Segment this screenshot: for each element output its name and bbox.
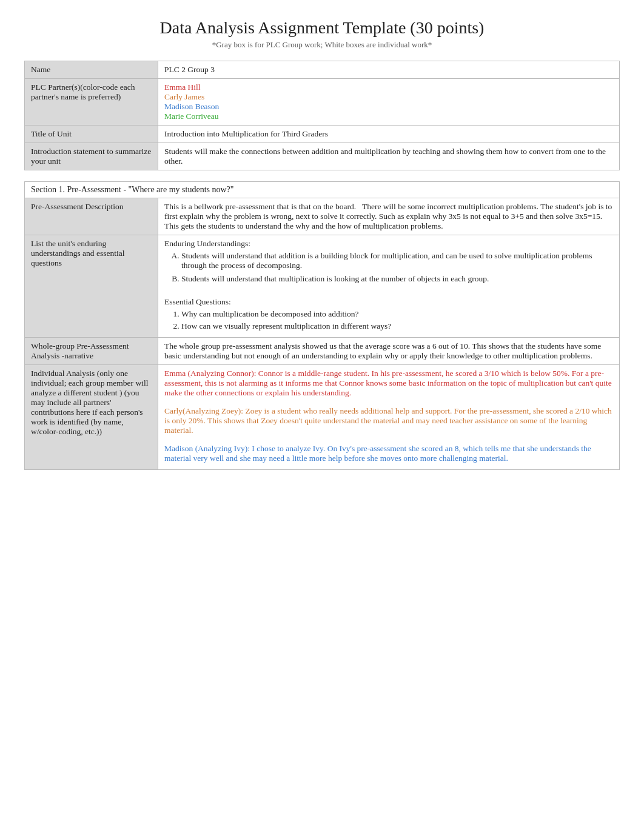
individual-analysis-row: Individual Analysis (only one individual…: [25, 365, 620, 470]
name-row: Name PLC 2 Group 3: [25, 61, 620, 79]
essential-item-2: How can we visually represent multiplica…: [181, 321, 613, 331]
pre-assessment-value: This is a bellwork pre-assessment that i…: [158, 198, 620, 235]
enduring-item-b: Students will understand that multiplica…: [181, 274, 613, 284]
partner-emma: Emma Hill: [164, 82, 201, 92]
enduring-label: List the unit's enduring understandings …: [25, 235, 158, 338]
pre-assessment-row: Pre-Assessment Description This is a bel…: [25, 198, 620, 235]
info-table: Name PLC 2 Group 3 PLC Partner(s)(color-…: [24, 61, 620, 170]
individual-carly: Carly(Analyzing Zoey): Zoey is a student…: [164, 406, 613, 435]
section1-header-text: Section 1. Pre-Assessment - "Where are m…: [31, 185, 234, 194]
name-label: Name: [25, 61, 158, 79]
partners-value: Emma Hill Carly James Madison Beason Mar…: [158, 79, 620, 126]
enduring-value: Enduring Understandings: Students will u…: [158, 235, 620, 338]
enduring-list: Students will understand that addition i…: [164, 251, 613, 284]
name-value: PLC 2 Group 3: [158, 61, 620, 79]
intro-statement-value: Students will make the connections betwe…: [158, 143, 620, 170]
section1-header-cell: Section 1. Pre-Assessment - "Where are m…: [25, 182, 620, 198]
individual-analysis-value: Emma (Analyzing Connor): Connor is a mid…: [158, 365, 620, 470]
whole-group-value: The whole group pre-assessment analysis …: [158, 338, 620, 365]
title-unit-label: Title of Unit: [25, 126, 158, 143]
partners-row: PLC Partner(s)(color-code each partner's…: [25, 79, 620, 126]
page-subtitle: *Gray box is for PLC Group work; White b…: [24, 40, 620, 50]
enduring-row: List the unit's enduring understandings …: [25, 235, 620, 338]
section1-header-row: Section 1. Pre-Assessment - "Where are m…: [25, 182, 620, 198]
essential-item-1: Why can multiplication be decomposed int…: [181, 309, 613, 319]
intro-statement-label: Introduction statement to summarize your…: [25, 143, 158, 170]
partners-label: PLC Partner(s)(color-code each partner's…: [25, 79, 158, 126]
partner-madison: Madison Beason: [164, 102, 219, 111]
pre-assessment-label: Pre-Assessment Description: [25, 198, 158, 235]
enduring-item-a: Students will understand that addition i…: [181, 251, 613, 270]
essential-questions-header: Essential Questions:: [164, 297, 231, 306]
partner-carly: Carly James: [164, 92, 204, 101]
whole-group-row: Whole-group Pre-Assessment Analysis -nar…: [25, 338, 620, 365]
whole-group-label: Whole-group Pre-Assessment Analysis -nar…: [25, 338, 158, 365]
title-unit-row: Title of Unit Introduction into Multipli…: [25, 126, 620, 143]
section1-table: Section 1. Pre-Assessment - "Where are m…: [24, 181, 620, 470]
title-unit-value: Introduction into Multiplication for Thi…: [158, 126, 620, 143]
essential-list: Why can multiplication be decomposed int…: [164, 309, 613, 331]
individual-emma: Emma (Analyzing Connor): Connor is a mid…: [164, 369, 613, 398]
partner-marie: Marie Corriveau: [164, 112, 219, 121]
individual-analysis-label: Individual Analysis (only one individual…: [25, 365, 158, 470]
intro-statement-row: Introduction statement to summarize your…: [25, 143, 620, 170]
page-title: Data Analysis Assignment Template (30 po…: [24, 18, 620, 38]
individual-madison: Madison (Analyzing Ivy): I chose to anal…: [164, 444, 613, 463]
enduring-understandings-header: Enduring Understandings:: [164, 239, 250, 248]
